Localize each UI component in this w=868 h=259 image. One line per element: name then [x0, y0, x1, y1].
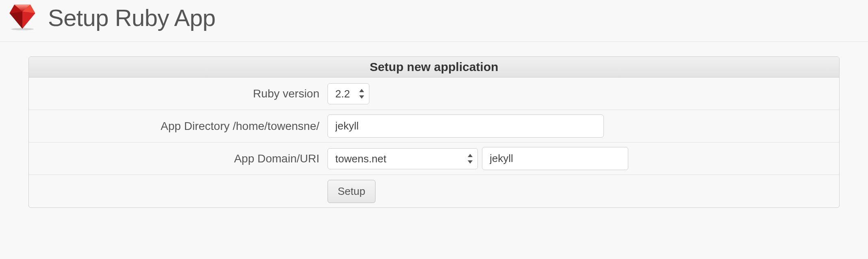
form-wrapper: Setup new application Ruby version 2.2 A… [0, 42, 868, 208]
ruby-version-select[interactable]: 2.2 [328, 83, 369, 104]
page-header: Setup Ruby App [0, 0, 868, 42]
form-title: Setup new application [29, 57, 839, 78]
app-uri-input[interactable] [482, 147, 628, 170]
row-submit: Setup [29, 175, 839, 207]
label-app-domain-uri: App Domain/URI [29, 152, 328, 165]
row-ruby-version: Ruby version 2.2 [29, 78, 839, 110]
row-app-domain-uri: App Domain/URI towens.net [29, 142, 839, 175]
app-directory-input[interactable] [328, 114, 604, 138]
svg-point-6 [11, 28, 34, 30]
label-app-directory: App Directory /home/towensne/ [29, 120, 328, 133]
ruby-icon [8, 2, 37, 32]
page-title: Setup Ruby App [48, 4, 215, 31]
setup-button[interactable]: Setup [328, 180, 375, 203]
svg-marker-4 [10, 11, 23, 28]
svg-marker-5 [22, 11, 35, 28]
app-domain-select[interactable]: towens.net [328, 148, 478, 169]
label-ruby-version: Ruby version [29, 87, 328, 100]
row-app-directory: App Directory /home/towensne/ [29, 110, 839, 142]
setup-form: Setup new application Ruby version 2.2 A… [28, 56, 840, 208]
